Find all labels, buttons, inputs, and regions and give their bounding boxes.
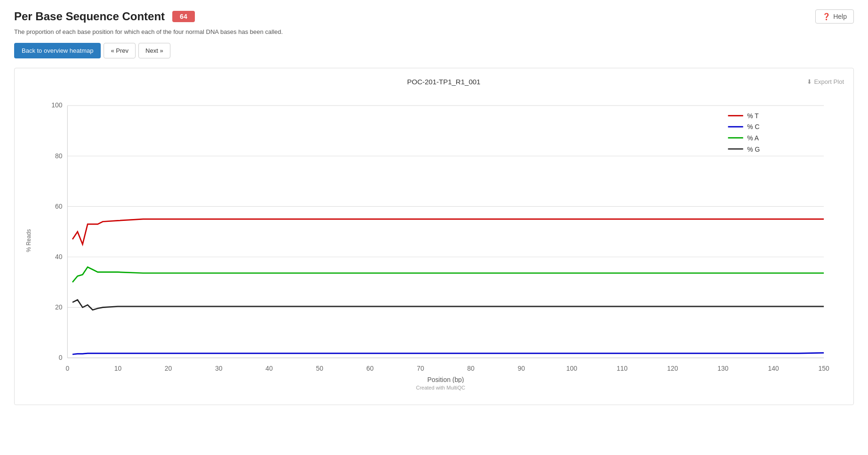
page-title: Per Base Sequence Content [14,10,165,23]
svg-text:40: 40 [265,365,273,372]
g-line [72,300,824,310]
svg-text:130: 130 [717,365,728,372]
svg-text:90: 90 [518,365,525,372]
help-icon: ❓ [822,13,830,20]
svg-text:0: 0 [65,365,69,372]
chart-title: POC-201-TP1_R1_001 [80,78,807,86]
svg-text:60: 60 [55,203,63,210]
a-line [72,267,824,282]
score-badge: 64 [172,11,195,22]
svg-text:% G: % G [747,146,760,153]
subtitle: The proportion of each base position for… [14,28,854,35]
next-button[interactable]: Next » [138,43,170,58]
navigation-row: Back to overview heatmap « Prev Next » [14,43,854,58]
chart-header: POC-201-TP1_R1_001 ⬇ Export Plot [24,78,844,86]
svg-text:20: 20 [165,365,172,372]
svg-text:% A: % A [747,134,759,142]
export-plot-button[interactable]: ⬇ Export Plot [807,78,844,85]
svg-text:80: 80 [467,365,475,372]
svg-text:60: 60 [366,365,374,372]
prev-button[interactable]: « Prev [104,43,136,58]
svg-text:10: 10 [114,365,122,372]
svg-text:Position (bp): Position (bp) [427,376,464,383]
help-button[interactable]: ❓ Help [815,9,854,24]
svg-text:110: 110 [617,365,627,372]
svg-text:40: 40 [55,253,63,260]
svg-text:80: 80 [55,152,63,160]
c-line [72,353,824,354]
t-line [72,219,824,244]
back-to-heatmap-button[interactable]: Back to overview heatmap [14,43,101,58]
svg-text:% T: % T [747,112,759,120]
download-icon: ⬇ [807,78,812,85]
chart-container: POC-201-TP1_R1_001 ⬇ Export Plot % Reads [14,68,854,405]
svg-text:100: 100 [566,365,577,372]
svg-text:0: 0 [59,354,63,361]
chart-footer: Created with MultiQC [37,385,844,390]
svg-text:140: 140 [768,365,779,372]
y-axis-label: % Reads [24,90,33,390]
svg-text:150: 150 [819,365,829,372]
svg-text:120: 120 [667,365,678,372]
chart-legend: % T % C % A % G [728,112,760,153]
svg-text:% C: % C [747,123,759,130]
svg-text:50: 50 [316,365,323,372]
svg-text:100: 100 [51,101,62,109]
svg-text:20: 20 [55,303,63,311]
svg-text:30: 30 [215,365,223,372]
chart-inner: 0 20 40 60 80 100 0 10 20 30 40 50 60 70 [37,90,844,390]
chart-area: % Reads 0 20 40 [24,90,844,390]
chart-svg: 0 20 40 60 80 100 0 10 20 30 40 50 60 70 [37,90,844,383]
svg-text:70: 70 [417,365,424,372]
